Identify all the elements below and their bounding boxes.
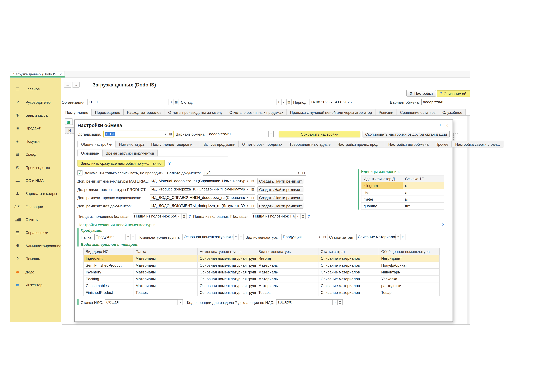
column-header[interactable]: Вид додо ИС <box>83 248 133 255</box>
sidebar-item[interactable]: ▤ Справочники <box>10 226 62 239</box>
unit-identifier-cell[interactable]: meter <box>361 196 403 203</box>
open-icon[interactable]: ⊡ <box>238 234 243 240</box>
materials-row[interactable]: Packing Материалы Основная номенклатурна… <box>83 275 439 282</box>
main-tab[interactable]: Сравнение остатков <box>396 109 439 116</box>
ellipsis-icon[interactable]: ... <box>383 99 388 105</box>
materials-row[interactable]: Inventory Материалы Основная номенклатур… <box>83 269 439 275</box>
open-icon[interactable]: ⊡ <box>286 99 291 105</box>
cost-cell[interactable]: Списание материалов <box>318 255 379 262</box>
chevron-down-icon[interactable]: ▾ <box>125 234 131 240</box>
list-column-header-n[interactable]: N <box>65 127 74 133</box>
open-icon[interactable]: ⊡ <box>401 234 406 240</box>
units-row[interactable]: quantity шт <box>361 203 444 209</box>
open-icon[interactable]: ⊡ <box>250 195 255 200</box>
column-header[interactable]: Папка <box>133 248 197 255</box>
attribute-field[interactable]: ИД_Material_dodopizza_ru (Справочник "Но… <box>150 178 255 184</box>
dodo-kind-cell[interactable]: Ingredient <box>83 255 133 262</box>
chevron-down-icon[interactable]: ▾ <box>332 300 337 305</box>
group-cell[interactable]: Основная номенклатурная группа <box>197 282 256 289</box>
materials-table[interactable]: Вид додо ИСПапкаНоменклатурная группаВид… <box>83 248 440 296</box>
pizza-halves-field[interactable]: Пицца из половинок большая ▾ ⊡ <box>133 213 187 219</box>
copy-settings-button[interactable]: Скопировать настройки от другой организа… <box>363 131 450 137</box>
write-only-checkbox[interactable]: ✓ <box>77 170 83 175</box>
generalized-cell[interactable]: Ингридиент <box>379 255 439 262</box>
currency-field[interactable]: руб. ▾ ⊡ <box>203 170 306 176</box>
create-find-attribute-button[interactable]: Создать/Найти реквизит <box>257 203 304 209</box>
clear-icon[interactable]: × <box>281 99 286 105</box>
create-find-attribute-button[interactable]: Создать/Найти реквизит <box>257 186 304 192</box>
nomenclature-group-field[interactable]: Основная номенклатурная груп ▾ ⊡ <box>182 234 244 240</box>
units-table[interactable]: Идентификатор Д...Ссылка 1С kilogram кг … <box>361 175 444 210</box>
sidebar-item[interactable]: ▨ Производство <box>10 161 62 174</box>
chevron-down-icon[interactable]: ▾ <box>169 99 174 105</box>
nomenclature-kind-field[interactable]: Продукция ▾ ⊡ <box>281 234 327 240</box>
dodo-kind-cell[interactable]: Packing <box>83 275 133 282</box>
column-header[interactable]: Вид номенклатуры <box>256 248 318 255</box>
column-header[interactable]: Номенклатурная группа <box>197 248 256 255</box>
materials-row[interactable]: Consumables Материалы Основная номенклат… <box>83 282 439 289</box>
sidebar-item[interactable]: ⇄ Инжектор <box>10 278 62 292</box>
folder-cell[interactable]: Материалы <box>133 269 197 275</box>
unit-ref-cell[interactable]: л <box>403 189 444 196</box>
sidebar-item[interactable]: ◉ Банк и касса <box>10 109 62 122</box>
main-tab[interactable]: Отчеты о розничных продажах <box>226 109 287 116</box>
dialog-close-icon[interactable]: × <box>445 123 448 128</box>
sidebar-item[interactable]: ☰ Главное <box>10 83 62 96</box>
unit-ref-cell[interactable]: м <box>403 196 444 203</box>
save-settings-button[interactable]: Сохранить настройки <box>279 131 360 137</box>
pizza-halves-t-field[interactable]: Пицца из половинок Т большая ▾ ⊡ <box>252 213 305 219</box>
operation-code-field[interactable]: 1010200 ▾ ⊡ <box>276 299 343 305</box>
dialog-tab[interactable]: Настройки автообмена <box>385 141 432 147</box>
kind-cell[interactable]: Товары <box>256 289 318 296</box>
dodo-kind-cell[interactable]: Inventory <box>83 269 133 275</box>
sidebar-item[interactable]: ⚙ Администрирование <box>10 239 62 252</box>
dodo-kind-cell[interactable]: FinishedProduct <box>83 289 133 296</box>
open-icon[interactable]: ⊡ <box>300 214 305 219</box>
dodo-kind-cell[interactable]: Consumables <box>83 282 133 289</box>
create-find-attribute-button[interactable]: Создать/Найти реквизит <box>257 178 304 184</box>
unit-identifier-cell[interactable]: liter <box>361 189 403 196</box>
main-tab[interactable]: Служебное <box>439 109 466 116</box>
chevron-down-icon[interactable]: ▾ <box>245 178 250 184</box>
open-icon[interactable]: ⊡ <box>337 300 342 305</box>
column-header[interactable]: Ссылка 1С <box>403 175 444 182</box>
kind-cell[interactable]: Материалы <box>256 262 318 269</box>
sidebar-item[interactable]: ♟ Зарплата и кадры <box>10 187 62 200</box>
main-tab[interactable]: Поступление <box>62 109 92 116</box>
generalized-cell[interactable]: Упаковка <box>379 275 439 282</box>
chevron-down-icon[interactable]: ▾ <box>245 187 250 192</box>
dialog-tab[interactable]: Прочее <box>432 141 452 147</box>
column-header[interactable]: Обобщенная номенклатура <box>379 248 439 255</box>
warehouse-field[interactable]: ▾ × ⊡ <box>195 99 291 105</box>
help-question-icon[interactable]: ? <box>189 214 191 218</box>
materials-row[interactable]: Ingredient Материалы Основная номенклату… <box>83 255 439 262</box>
folder-cell[interactable]: Материалы <box>133 275 197 282</box>
description-button[interactable]: ? Описание об <box>437 91 470 97</box>
chevron-down-icon[interactable]: ▾ <box>245 203 250 209</box>
period-field[interactable]: 14.08.2025 - 14.08.2025 ... <box>309 99 388 105</box>
unit-ref-cell[interactable]: кг <box>403 182 444 189</box>
sidebar-item[interactable]: ▬ ОС и НМА <box>10 174 62 187</box>
units-row[interactable]: kilogram кг <box>361 182 444 189</box>
chevron-down-icon[interactable]: ▾ <box>395 234 401 240</box>
dialog-organization-field[interactable]: ТЕСТ ▾ ⊡ <box>103 131 173 137</box>
attribute-field[interactable]: ИД_ДОДО_СПРАВОЧНИКИ_dodopizza_ru (Справо… <box>150 194 255 201</box>
folder-field[interactable]: Продукция ▾ ⊡ <box>94 234 136 240</box>
cost-cell[interactable]: Списание материалов <box>318 269 379 275</box>
close-tab-icon[interactable]: × <box>60 72 62 76</box>
open-icon[interactable]: ⊡ <box>250 187 255 192</box>
dialog-exchange-field[interactable]: dodopizza/ru ▾ <box>208 131 274 137</box>
kind-cell[interactable]: Материалы <box>256 269 318 275</box>
generalized-cell[interactable]: Полуфабрикат <box>379 262 439 269</box>
sidebar-item[interactable]: ● Додо <box>10 265 62 279</box>
forward-button[interactable]: → <box>72 82 80 88</box>
group-cell[interactable]: Основная номенклатурная группа <box>197 262 256 269</box>
unit-identifier-cell[interactable]: kilogram <box>361 182 403 189</box>
vat-rate-field[interactable]: Общая ▾ <box>105 299 183 305</box>
units-row[interactable]: liter л <box>361 189 444 196</box>
create-find-attribute-button[interactable]: Создать/Найти реквизит <box>257 194 304 201</box>
back-button[interactable]: ← <box>64 82 71 88</box>
materials-row[interactable]: SemiFinishedProduct Материалы Основная н… <box>83 262 439 269</box>
sidebar-item[interactable]: ▦ Склад <box>10 148 62 161</box>
maximize-icon[interactable]: □ <box>438 123 440 128</box>
